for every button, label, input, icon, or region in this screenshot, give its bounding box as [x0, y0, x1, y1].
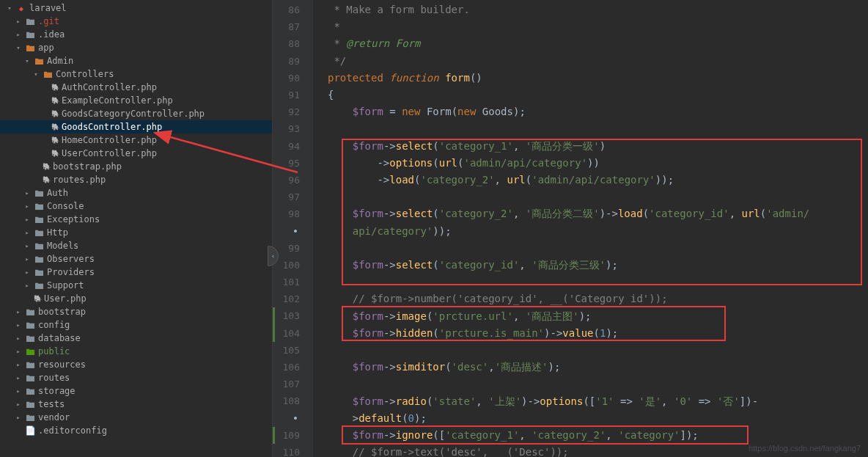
tree-item-label: Admin: [47, 56, 73, 66]
tree-item-public[interactable]: public: [0, 345, 272, 358]
tree-arrow-icon[interactable]: [13, 334, 23, 342]
code-line[interactable]: {: [328, 87, 868, 103]
tree-arrow-icon[interactable]: [22, 242, 32, 249]
tree-arrow-icon[interactable]: [13, 348, 23, 355]
tree-item-models[interactable]: Models: [0, 239, 272, 252]
tree-arrow-icon[interactable]: [22, 229, 32, 236]
code-line[interactable]: protected function form(): [328, 70, 868, 87]
code-line[interactable]: *: [328, 18, 868, 35]
tree-item-label: laravel: [29, 3, 67, 13]
tree-item-exceptions[interactable]: Exceptions: [0, 213, 272, 226]
tree-item-storage[interactable]: storage: [0, 384, 272, 398]
project-tree[interactable]: ◆laravel.git.ideaappAdminControllers🐘Aut…: [0, 0, 273, 457]
php-icon: 🐘: [50, 109, 60, 119]
tree-arrow-icon[interactable]: [22, 268, 32, 276]
code-line[interactable]: * Make a form builder.: [328, 1, 868, 18]
tree-arrow-icon[interactable]: [13, 401, 23, 408]
tree-item-database[interactable]: database: [0, 332, 272, 345]
code-area[interactable]: * Make a form builder. * * @return Form …: [313, 0, 868, 457]
tree-item-console[interactable]: Console: [0, 200, 272, 213]
tree-item-routes[interactable]: routes: [0, 371, 272, 384]
tree-item-admin[interactable]: Admin: [0, 54, 272, 67]
tree-item-bootstrap[interactable]: bootstrap: [0, 305, 272, 318]
tree-arrow-icon[interactable]: [31, 70, 41, 78]
tree-item-usercontroller-php[interactable]: 🐘UserController.php: [0, 147, 272, 160]
tree-item-config[interactable]: config: [0, 318, 272, 332]
tree-item-app[interactable]: app: [0, 41, 272, 54]
code-line[interactable]: $form->select('category_2', '商品分类二级')->l…: [328, 205, 868, 222]
tree-item-label: vendor: [38, 412, 70, 423]
code-line[interactable]: $form->select('category_id', '商品分类三级');: [328, 257, 868, 274]
code-line[interactable]: [328, 376, 868, 392]
tree-arrow-icon[interactable]: [22, 216, 32, 223]
tree-arrow-icon[interactable]: [13, 414, 23, 421]
code-line[interactable]: $form->simditor('desc','商品描述');: [328, 359, 868, 376]
code-line[interactable]: ->load('category_2', url('admin/api/cate…: [328, 172, 868, 189]
tree-item-bootstrap-php[interactable]: 🐘bootstrap.php: [0, 160, 272, 173]
code-line[interactable]: $form->image('prcture.url', '商品主图');: [328, 308, 868, 325]
line-number: 87: [273, 18, 300, 35]
tree-item-label: Models: [47, 241, 78, 251]
tree-item-authcontroller-php[interactable]: 🐘AuthController.php: [0, 81, 272, 94]
tree-arrow-icon[interactable]: [13, 18, 23, 25]
code-line[interactable]: $form->hidden('prcture.is_main')->value(…: [328, 325, 868, 342]
code-line[interactable]: * @return Form: [328, 35, 868, 52]
tree-item--idea[interactable]: .idea: [0, 28, 272, 41]
tree-item--git[interactable]: .git: [0, 15, 272, 28]
tree-arrow-icon[interactable]: [13, 321, 23, 329]
code-line[interactable]: $form->ignore(['category_1', 'category_2…: [328, 427, 868, 444]
tree-item-user-php[interactable]: 🐘User.php: [0, 292, 272, 305]
code-line[interactable]: [328, 189, 868, 205]
tree-item-goodscategorycontroller-php[interactable]: 🐘GoodsCategoryController.php: [0, 107, 272, 120]
code-line[interactable]: [328, 274, 868, 290]
tree-item-resources[interactable]: resources: [0, 358, 272, 371]
code-line[interactable]: api/category'));: [328, 223, 868, 240]
watermark: https://blog.csdn.net/fangkang7: [749, 444, 861, 453]
code-line[interactable]: $form->radio('state', '上架')->options(['1…: [328, 393, 868, 410]
tree-item-label: bootstrap.php: [53, 161, 122, 172]
code-line[interactable]: [328, 240, 868, 257]
tree-item-support[interactable]: Support: [0, 279, 272, 292]
tree-item-auth[interactable]: Auth: [0, 186, 272, 200]
tree-item-label: User.php: [44, 293, 87, 304]
tree-item-vendor[interactable]: vendor: [0, 411, 272, 424]
line-number: 86: [273, 1, 300, 18]
tree-item-homecontroller-php[interactable]: 🐘HomeController.php: [0, 134, 272, 147]
tree-item-routes-php[interactable]: 🐘routes.php: [0, 173, 272, 186]
tree-arrow-icon[interactable]: [22, 189, 32, 197]
tree-item-goodscontroller-php[interactable]: 🐘GoodsController.php: [0, 120, 272, 134]
code-line[interactable]: */: [328, 53, 868, 70]
tree-arrow-icon[interactable]: [13, 44, 23, 51]
tree-item-controllers[interactable]: Controllers: [0, 67, 272, 81]
tree-arrow-icon[interactable]: [22, 255, 32, 263]
tree-arrow-icon[interactable]: [13, 31, 23, 38]
code-line[interactable]: [328, 342, 868, 359]
folder-icon: [23, 333, 37, 343]
code-line[interactable]: >default(0);: [328, 410, 868, 427]
tree-item-observers[interactable]: Observers: [0, 252, 272, 266]
tree-item-examplecontroller-php[interactable]: 🐘ExampleController.php: [0, 94, 272, 107]
folder-icon: [32, 214, 45, 224]
folder-icon: [32, 254, 45, 264]
code-line[interactable]: // $form->number('category_id', __('Cate…: [328, 290, 868, 307]
tree-arrow-icon[interactable]: [22, 57, 32, 65]
tree-item-http[interactable]: Http: [0, 226, 272, 239]
tree-arrow-icon[interactable]: [13, 308, 23, 315]
tree-arrow-icon[interactable]: [22, 282, 32, 289]
tree-item-tests[interactable]: tests: [0, 398, 272, 411]
tree-item--editorconfig[interactable]: 📄.editorconfig: [0, 424, 272, 437]
code-line[interactable]: [328, 120, 868, 137]
tree-item-label: ExampleController.php: [62, 95, 173, 106]
tree-item-laravel[interactable]: ◆laravel: [0, 1, 272, 15]
code-editor[interactable]: 8687888990919293949596979899100101102103…: [273, 0, 868, 457]
code-line[interactable]: $form = new Form(new Goods);: [328, 103, 868, 120]
tree-arrow-icon[interactable]: [13, 374, 23, 381]
tree-arrow-icon[interactable]: [22, 202, 32, 210]
code-line[interactable]: $form->select('category_1', '商品分类一级'): [328, 138, 868, 155]
tree-arrow-icon[interactable]: [4, 4, 15, 12]
code-line[interactable]: ->options(url('admin/api/category')): [328, 155, 868, 172]
tree-item-providers[interactable]: Providers: [0, 266, 272, 279]
tree-arrow-icon[interactable]: [13, 387, 23, 395]
line-number: 93: [273, 120, 300, 137]
tree-arrow-icon[interactable]: [13, 361, 23, 368]
